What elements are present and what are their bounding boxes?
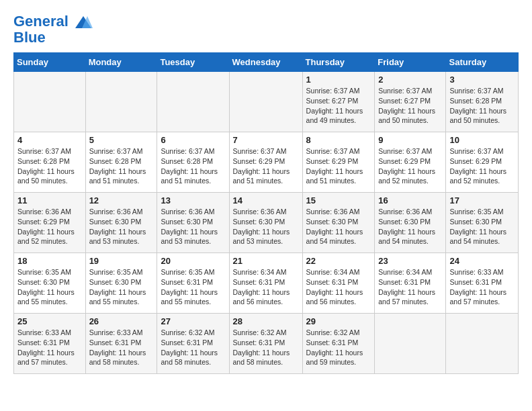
day-number: 28 bbox=[233, 316, 299, 326]
day-number: 4 bbox=[17, 135, 82, 145]
calendar-cell bbox=[14, 72, 86, 132]
day-number: 8 bbox=[306, 135, 371, 145]
calendar-cell: 16Sunrise: 6:36 AMSunset: 6:30 PMDayligh… bbox=[375, 193, 446, 253]
day-info: Sunrise: 6:37 AMSunset: 6:28 PMDaylight:… bbox=[17, 146, 82, 186]
calendar-cell: 10Sunrise: 6:37 AMSunset: 6:29 PMDayligh… bbox=[446, 132, 519, 193]
day-info: Sunrise: 6:32 AMSunset: 6:31 PMDaylight:… bbox=[306, 328, 371, 367]
calendar-cell: 9Sunrise: 6:37 AMSunset: 6:29 PMDaylight… bbox=[375, 132, 446, 193]
day-number: 6 bbox=[161, 135, 225, 145]
calendar-cell: 26Sunrise: 6:33 AMSunset: 6:31 PMDayligh… bbox=[85, 314, 157, 374]
calendar-cell: 27Sunrise: 6:32 AMSunset: 6:31 PMDayligh… bbox=[157, 314, 229, 374]
day-info: Sunrise: 6:32 AMSunset: 6:31 PMDaylight:… bbox=[161, 328, 225, 367]
day-number: 15 bbox=[306, 195, 371, 205]
day-number: 12 bbox=[89, 195, 154, 205]
day-info: Sunrise: 6:36 AMSunset: 6:30 PMDaylight:… bbox=[306, 207, 371, 246]
calendar-cell: 24Sunrise: 6:33 AMSunset: 6:31 PMDayligh… bbox=[446, 253, 519, 314]
calendar-cell: 28Sunrise: 6:32 AMSunset: 6:31 PMDayligh… bbox=[229, 314, 302, 374]
day-number: 23 bbox=[378, 256, 442, 266]
column-header-tuesday: Tuesday bbox=[157, 53, 229, 72]
day-number: 7 bbox=[233, 135, 299, 145]
calendar-cell: 12Sunrise: 6:36 AMSunset: 6:30 PMDayligh… bbox=[85, 193, 157, 253]
day-number: 29 bbox=[306, 316, 371, 326]
day-number: 19 bbox=[89, 256, 154, 266]
calendar-cell: 11Sunrise: 6:36 AMSunset: 6:29 PMDayligh… bbox=[14, 193, 86, 253]
calendar-week-row: 18Sunrise: 6:35 AMSunset: 6:30 PMDayligh… bbox=[14, 253, 519, 314]
calendar-cell: 19Sunrise: 6:35 AMSunset: 6:30 PMDayligh… bbox=[85, 253, 157, 314]
column-header-friday: Friday bbox=[375, 53, 446, 72]
day-info: Sunrise: 6:35 AMSunset: 6:30 PMDaylight:… bbox=[17, 267, 82, 307]
day-info: Sunrise: 6:36 AMSunset: 6:30 PMDaylight:… bbox=[378, 207, 442, 246]
calendar-cell: 20Sunrise: 6:35 AMSunset: 6:31 PMDayligh… bbox=[157, 253, 229, 314]
calendar-header-row: SundayMondayTuesdayWednesdayThursdayFrid… bbox=[14, 53, 519, 72]
calendar-week-row: 25Sunrise: 6:33 AMSunset: 6:31 PMDayligh… bbox=[14, 314, 519, 374]
day-number: 9 bbox=[378, 135, 442, 145]
calendar-week-row: 11Sunrise: 6:36 AMSunset: 6:29 PMDayligh… bbox=[14, 193, 519, 253]
day-info: Sunrise: 6:33 AMSunset: 6:31 PMDaylight:… bbox=[89, 328, 154, 367]
day-number: 17 bbox=[449, 195, 515, 205]
calendar-cell: 7Sunrise: 6:37 AMSunset: 6:29 PMDaylight… bbox=[229, 132, 302, 193]
calendar-cell: 2Sunrise: 6:37 AMSunset: 6:27 PMDaylight… bbox=[375, 72, 446, 132]
day-number: 27 bbox=[161, 316, 225, 326]
calendar-cell: 6Sunrise: 6:37 AMSunset: 6:28 PMDaylight… bbox=[157, 132, 229, 193]
day-number: 25 bbox=[17, 316, 82, 326]
column-header-thursday: Thursday bbox=[302, 53, 375, 72]
calendar-cell bbox=[157, 72, 229, 132]
day-info: Sunrise: 6:32 AMSunset: 6:31 PMDaylight:… bbox=[233, 328, 299, 367]
day-number: 24 bbox=[449, 256, 515, 266]
day-info: Sunrise: 6:37 AMSunset: 6:28 PMDaylight:… bbox=[89, 146, 154, 186]
day-number: 20 bbox=[161, 256, 225, 266]
day-info: Sunrise: 6:36 AMSunset: 6:30 PMDaylight:… bbox=[161, 207, 225, 246]
day-number: 2 bbox=[378, 75, 442, 85]
calendar-table: SundayMondayTuesdayWednesdayThursdayFrid… bbox=[13, 52, 519, 374]
calendar-week-row: 1Sunrise: 6:37 AMSunset: 6:27 PMDaylight… bbox=[14, 72, 519, 132]
day-info: Sunrise: 6:34 AMSunset: 6:31 PMDaylight:… bbox=[306, 267, 371, 307]
logo-text: General bbox=[13, 13, 93, 30]
calendar-cell bbox=[85, 72, 157, 132]
calendar-cell: 23Sunrise: 6:34 AMSunset: 6:31 PMDayligh… bbox=[375, 253, 446, 314]
day-info: Sunrise: 6:36 AMSunset: 6:30 PMDaylight:… bbox=[89, 207, 154, 246]
day-number: 14 bbox=[233, 195, 299, 205]
calendar-week-row: 4Sunrise: 6:37 AMSunset: 6:28 PMDaylight… bbox=[14, 132, 519, 193]
day-info: Sunrise: 6:35 AMSunset: 6:30 PMDaylight:… bbox=[449, 207, 515, 246]
day-info: Sunrise: 6:35 AMSunset: 6:31 PMDaylight:… bbox=[161, 267, 225, 307]
calendar-cell bbox=[375, 314, 446, 374]
day-number: 13 bbox=[161, 195, 225, 205]
calendar-cell: 29Sunrise: 6:32 AMSunset: 6:31 PMDayligh… bbox=[302, 314, 375, 374]
day-info: Sunrise: 6:37 AMSunset: 6:29 PMDaylight:… bbox=[449, 146, 515, 186]
day-number: 18 bbox=[17, 256, 82, 266]
day-number: 26 bbox=[89, 316, 154, 326]
column-header-saturday: Saturday bbox=[446, 53, 519, 72]
day-number: 3 bbox=[449, 75, 515, 85]
day-info: Sunrise: 6:34 AMSunset: 6:31 PMDaylight:… bbox=[233, 267, 299, 307]
column-header-monday: Monday bbox=[85, 53, 157, 72]
day-number: 21 bbox=[233, 256, 299, 266]
day-info: Sunrise: 6:33 AMSunset: 6:31 PMDaylight:… bbox=[17, 328, 82, 367]
column-header-wednesday: Wednesday bbox=[229, 53, 302, 72]
day-info: Sunrise: 6:35 AMSunset: 6:30 PMDaylight:… bbox=[89, 267, 154, 307]
calendar-cell: 8Sunrise: 6:37 AMSunset: 6:29 PMDaylight… bbox=[302, 132, 375, 193]
calendar-cell: 22Sunrise: 6:34 AMSunset: 6:31 PMDayligh… bbox=[302, 253, 375, 314]
calendar-cell: 14Sunrise: 6:36 AMSunset: 6:30 PMDayligh… bbox=[229, 193, 302, 253]
day-info: Sunrise: 6:37 AMSunset: 6:27 PMDaylight:… bbox=[306, 86, 371, 126]
day-info: Sunrise: 6:36 AMSunset: 6:30 PMDaylight:… bbox=[233, 207, 299, 246]
day-info: Sunrise: 6:34 AMSunset: 6:31 PMDaylight:… bbox=[378, 267, 442, 307]
day-info: Sunrise: 6:37 AMSunset: 6:29 PMDaylight:… bbox=[306, 146, 371, 186]
calendar-cell: 18Sunrise: 6:35 AMSunset: 6:30 PMDayligh… bbox=[14, 253, 86, 314]
column-header-sunday: Sunday bbox=[14, 53, 86, 72]
calendar-cell: 15Sunrise: 6:36 AMSunset: 6:30 PMDayligh… bbox=[302, 193, 375, 253]
day-info: Sunrise: 6:37 AMSunset: 6:27 PMDaylight:… bbox=[378, 86, 442, 126]
day-info: Sunrise: 6:37 AMSunset: 6:29 PMDaylight:… bbox=[378, 146, 442, 186]
day-number: 16 bbox=[378, 195, 442, 205]
calendar-cell bbox=[229, 72, 302, 132]
calendar-cell: 3Sunrise: 6:37 AMSunset: 6:28 PMDaylight… bbox=[446, 72, 519, 132]
calendar-cell: 21Sunrise: 6:34 AMSunset: 6:31 PMDayligh… bbox=[229, 253, 302, 314]
page-header: General Blue bbox=[13, 13, 519, 46]
day-number: 5 bbox=[89, 135, 154, 145]
day-number: 10 bbox=[449, 135, 515, 145]
day-info: Sunrise: 6:37 AMSunset: 6:29 PMDaylight:… bbox=[233, 146, 299, 186]
calendar-cell: 4Sunrise: 6:37 AMSunset: 6:28 PMDaylight… bbox=[14, 132, 86, 193]
calendar-cell: 13Sunrise: 6:36 AMSunset: 6:30 PMDayligh… bbox=[157, 193, 229, 253]
day-info: Sunrise: 6:37 AMSunset: 6:28 PMDaylight:… bbox=[449, 86, 515, 126]
calendar-cell: 1Sunrise: 6:37 AMSunset: 6:27 PMDaylight… bbox=[302, 72, 375, 132]
day-info: Sunrise: 6:36 AMSunset: 6:29 PMDaylight:… bbox=[17, 207, 82, 246]
